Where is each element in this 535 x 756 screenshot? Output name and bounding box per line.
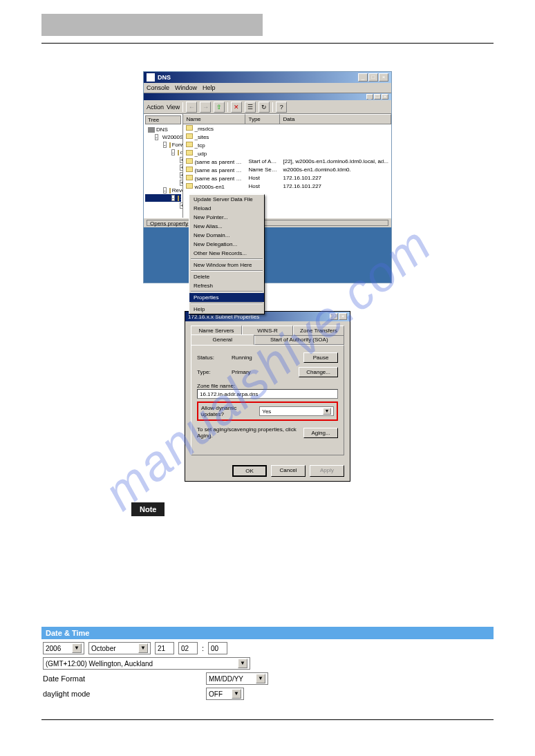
col-type-header[interactable]: Type — [245, 114, 280, 124]
ctx-newptr[interactable]: New Pointer... — [189, 213, 264, 222]
tree-header: Tree — [145, 115, 181, 124]
tabs-row-front: General Start of Authority (SOA) — [191, 334, 344, 345]
date-format-label: Date Format — [43, 674, 202, 683]
chevron-down-icon[interactable]: ▼ — [256, 674, 265, 683]
delete-tb-button[interactable]: ✕ — [231, 102, 242, 113]
list-row[interactable]: _msdcs — [183, 124, 391, 133]
menu-console[interactable]: Console — [147, 84, 169, 91]
pause-button[interactable]: Pause — [303, 352, 338, 363]
tree-sub10[interactable]: +10 — [145, 202, 181, 209]
child-minimize-button[interactable]: _ — [366, 94, 373, 100]
hour-input[interactable] — [178, 642, 198, 654]
daylight-select[interactable]: OFF▼ — [206, 688, 244, 700]
change-button[interactable]: Change... — [299, 367, 338, 377]
ok-button[interactable]: OK — [232, 465, 267, 477]
tree-msdcs[interactable]: +_msdcs — [145, 156, 181, 164]
tree-tcp[interactable]: +_tcp — [145, 171, 181, 179]
note-box: Note — [131, 502, 165, 516]
list-row[interactable]: (same as parent folder)Start of Auth...[… — [183, 158, 391, 166]
ctx-refresh[interactable]: Refresh — [189, 281, 264, 290]
ctx-properties[interactable]: Properties — [189, 293, 264, 302]
month-select[interactable]: October▼ — [88, 642, 151, 654]
page-rule-top — [41, 43, 494, 44]
ctx-other[interactable]: Other New Records... — [189, 249, 264, 258]
cancel-button[interactable]: Cancel — [271, 465, 306, 477]
child-close-button[interactable]: × — [382, 94, 388, 100]
aging-button[interactable]: Aging... — [303, 428, 338, 438]
toolbar-view[interactable]: View — [167, 104, 180, 111]
dns-titlebar: DNS _ □ × — [144, 72, 391, 83]
maximize-button[interactable]: □ — [368, 73, 378, 82]
ctx-newalias[interactable]: New Alias... — [189, 222, 264, 231]
type-label: Type: — [197, 369, 232, 375]
col-name-header[interactable]: Name — [183, 114, 245, 124]
time-sep: : — [202, 644, 204, 652]
ctx-newdel[interactable]: New Delegation... — [189, 240, 264, 249]
status-label: Status: — [197, 355, 232, 361]
refresh-tb-button[interactable]: ↻ — [259, 102, 270, 113]
tabs-row-back: Name Servers WINS-R Zone Transfers — [191, 324, 344, 334]
menu-help[interactable]: Help — [203, 84, 216, 91]
allow-updates-label: Allow dynamic updates? — [201, 405, 259, 417]
prop-help-icon[interactable]: ? × — [330, 313, 347, 320]
tree-rev-zones[interactable]: -Reverse Lookup Zones — [145, 187, 181, 194]
apply-button[interactable]: Apply — [310, 465, 344, 477]
col-data-header[interactable]: Data — [280, 114, 391, 124]
tab-soa[interactable]: Start of Authority (SOA) — [254, 334, 344, 345]
ctx-newdom[interactable]: New Domain... — [189, 231, 264, 240]
dns-app-icon — [147, 73, 155, 82]
list-row[interactable]: w2000s-en1Host172.16.101.227 — [183, 182, 391, 191]
ctx-help[interactable]: Help — [189, 305, 264, 314]
tree-udp[interactable]: +_udp — [145, 179, 181, 187]
chevron-down-icon[interactable]: ▼ — [238, 659, 247, 668]
minute-input[interactable] — [208, 642, 227, 654]
ctx-update[interactable]: Update Server Data File — [189, 195, 264, 204]
aging-text: To set aging/scavenging properties, clic… — [197, 426, 303, 439]
timezone-select[interactable]: (GMT+12:00) Wellington, Auckland▼ — [43, 657, 250, 670]
allow-updates-combo[interactable]: Yes ▼ — [259, 406, 334, 416]
daylight-label: daylight mode — [43, 690, 202, 698]
year-select[interactable]: 2006▼ — [43, 642, 84, 654]
list-row[interactable]: (same as parent folder)Host172.16.101.22… — [183, 174, 391, 182]
child-maximize-button[interactable]: □ — [374, 94, 381, 100]
dns-menubar: Console Window Help — [144, 83, 391, 93]
ctx-delete[interactable]: Delete — [189, 272, 264, 281]
minimize-button[interactable]: _ — [358, 73, 368, 82]
back-button[interactable] — [186, 102, 197, 113]
list-row[interactable]: (same as parent folder)Name Serverw2000s… — [183, 166, 391, 174]
ctx-newwin[interactable]: New Window from Here — [189, 261, 264, 270]
tree-sites[interactable]: +_sites — [145, 164, 181, 171]
chevron-down-icon[interactable]: ▼ — [232, 689, 241, 699]
tab-zonetransfers[interactable]: Zone Transfers — [293, 325, 344, 336]
chevron-down-icon[interactable]: ▼ — [323, 408, 331, 415]
chevron-down-icon[interactable]: ▼ — [72, 643, 82, 653]
list-row[interactable]: _udp — [183, 149, 391, 158]
context-menu: Update Server Data File Reload New Point… — [189, 194, 265, 314]
menu-window[interactable]: Window — [175, 84, 197, 91]
allow-updates-value: Yes — [262, 408, 271, 415]
dns-toolbar: Action View ⇧ ✕ ☰ ↻ ? — [144, 100, 391, 114]
list-row[interactable]: _tcp — [183, 141, 391, 149]
tree-server[interactable]: -W2000S-EN1 — [145, 133, 181, 141]
tree-pane[interactable]: Tree DNS -W2000S-EN1 -Forward Lookup Zon… — [144, 114, 183, 218]
zone-file-input[interactable] — [197, 389, 338, 399]
help-tb-button[interactable]: ? — [276, 102, 287, 113]
ctx-reload[interactable]: Reload — [189, 204, 264, 213]
forward-button[interactable] — [200, 102, 211, 113]
up-button[interactable]: ⇧ — [214, 102, 225, 113]
tree-dns-root[interactable]: DNS — [145, 126, 181, 133]
status-value: Running — [232, 355, 303, 361]
close-button[interactable]: × — [379, 73, 388, 82]
date-format-select[interactable]: MM/DD/YY▼ — [206, 672, 268, 685]
tab-general[interactable]: General — [191, 334, 254, 345]
dns-console-window: DNS _ □ × Console Window Help _ □ × Acti… — [143, 71, 392, 283]
list-row[interactable]: _sites — [183, 133, 391, 141]
tree-subnet-selected[interactable]: -172.16.x.x Subnet — [145, 194, 181, 202]
properties-tb-button[interactable]: ☰ — [245, 102, 256, 113]
tree-fwd-zones[interactable]: -Forward Lookup Zones — [145, 141, 181, 149]
tree-zone-domino[interactable]: -domino6.ldm0.local — [145, 149, 181, 156]
toolbar-action[interactable]: Action — [147, 104, 164, 111]
chevron-down-icon[interactable]: ▼ — [138, 643, 148, 653]
zone-file-label: Zone file name: — [197, 383, 338, 389]
day-input[interactable] — [155, 642, 174, 654]
